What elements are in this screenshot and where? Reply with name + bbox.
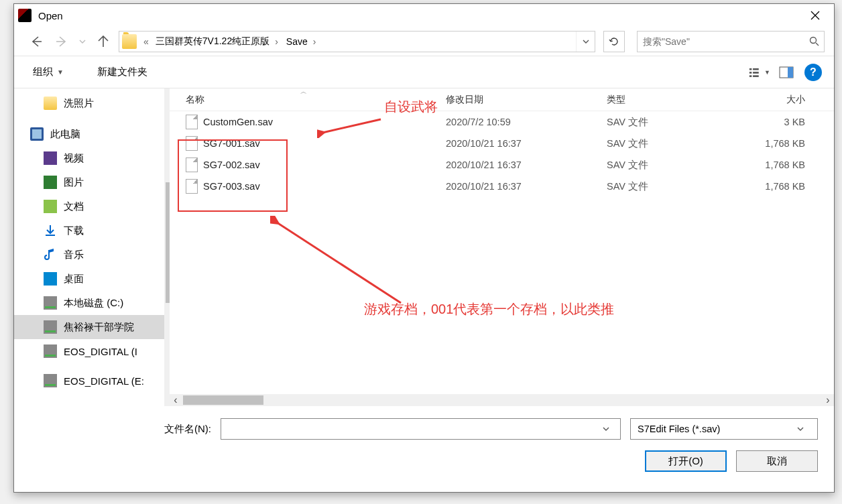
- history-dropdown[interactable]: [77, 32, 88, 52]
- file-row[interactable]: SG7-003.sav2020/10/21 16:37SAV 文件1,768 K…: [170, 176, 834, 197]
- document-icon: [44, 200, 57, 213]
- download-icon: [44, 224, 57, 237]
- image-icon: [44, 176, 57, 189]
- filename-input[interactable]: [225, 424, 603, 434]
- refresh-button[interactable]: [603, 31, 625, 52]
- tree-item[interactable]: 音乐: [14, 243, 169, 267]
- file-date: 2020/10/21 16:37: [438, 138, 599, 149]
- scroll-left-icon[interactable]: ‹: [170, 394, 182, 406]
- folder-icon: [122, 34, 137, 49]
- file-name: SG7-002.sav: [203, 160, 260, 170]
- tree-item[interactable]: 此电脑: [14, 122, 169, 146]
- view-options-button[interactable]: ▼: [748, 62, 771, 82]
- chevron-down-icon: [797, 426, 810, 432]
- file-type: SAV 文件: [599, 159, 726, 172]
- chevron-right-icon: ›: [275, 36, 278, 47]
- titlebar: Open: [14, 4, 834, 27]
- col-name[interactable]: ︿名称: [170, 88, 438, 111]
- breadcrumb-0[interactable]: 三国群英传7V1.22纯正原版›: [152, 32, 282, 52]
- tree-item[interactable]: 本地磁盘 (C:): [14, 291, 169, 315]
- file-type: SAV 文件: [599, 180, 726, 193]
- tree-item[interactable]: 图片: [14, 170, 169, 194]
- scroll-right-icon[interactable]: ›: [822, 394, 834, 406]
- col-date[interactable]: 修改日期: [438, 88, 599, 111]
- back-button[interactable]: [26, 32, 46, 52]
- tree-item[interactable]: EOS_DIGITAL (E:: [14, 369, 169, 393]
- tree-item[interactable]: 视频: [14, 146, 169, 170]
- tree-item[interactable]: EOS_DIGITAL (I: [14, 339, 169, 363]
- tree-item[interactable]: 桌面: [14, 267, 169, 291]
- svg-rect-6: [753, 75, 759, 77]
- file-type: SAV 文件: [599, 137, 726, 150]
- tree-scrollbar[interactable]: [164, 88, 170, 406]
- refresh-icon: [609, 36, 619, 47]
- close-button[interactable]: [800, 5, 830, 25]
- chevron-down-icon[interactable]: [603, 426, 616, 432]
- arrow-left-icon: [30, 36, 42, 48]
- search-box[interactable]: [637, 31, 825, 52]
- new-folder-button[interactable]: 新建文件夹: [91, 63, 154, 81]
- help-button[interactable]: ?: [804, 64, 822, 81]
- organize-button[interactable]: 组织▼: [26, 63, 70, 81]
- bottom-panel: 文件名(N): S7Edit Files (*.sav) 打开(O) 取消: [14, 406, 834, 483]
- breadcrumb-1[interactable]: Save›: [282, 32, 320, 52]
- folder-icon: [44, 97, 57, 110]
- tree-item[interactable]: 焦裕禄干部学院: [14, 315, 169, 339]
- app-icon: [18, 9, 32, 22]
- button-row: 打开(O) 取消: [30, 450, 818, 472]
- path-prefix: «: [141, 36, 152, 47]
- horizontal-scrollbar[interactable]: ‹ ›: [170, 394, 834, 406]
- view-list-icon: [749, 66, 762, 78]
- window-title: Open: [38, 10, 800, 21]
- file-row[interactable]: CustomGen.sav2020/7/2 10:59SAV 文件3 KB: [170, 111, 834, 133]
- dialog-body: 洗照片 此电脑 视频 图片 文档 下载 音乐 桌面 本地磁盘 (C:) 焦裕禄干…: [14, 88, 834, 406]
- svg-line-10: [277, 223, 401, 303]
- scrollbar-thumb[interactable]: [183, 395, 263, 405]
- file-icon: [186, 158, 198, 172]
- filetype-select[interactable]: S7Edit Files (*.sav): [630, 418, 818, 440]
- col-type[interactable]: 类型: [599, 88, 726, 111]
- svg-rect-4: [753, 68, 759, 70]
- file-row[interactable]: SG7-002.sav2020/10/21 16:37SAV 文件1,768 K…: [170, 154, 834, 176]
- svg-rect-3: [749, 75, 751, 77]
- nav-tree: 洗照片 此电脑 视频 图片 文档 下载 音乐 桌面 本地磁盘 (C:) 焦裕禄干…: [14, 88, 170, 406]
- file-size: 1,768 KB: [726, 160, 813, 170]
- col-size[interactable]: 大小: [726, 88, 813, 111]
- chevron-down-icon: [79, 38, 86, 45]
- arrow-right-icon: [56, 36, 68, 48]
- file-size: 1,768 KB: [726, 138, 813, 149]
- tree-item[interactable]: 文档: [14, 194, 169, 218]
- video-icon: [44, 151, 57, 165]
- column-headers: ︿名称 修改日期 类型 大小: [170, 88, 834, 111]
- file-size: 1,768 KB: [726, 181, 813, 192]
- preview-pane-icon: [779, 66, 794, 78]
- annotation-text-2: 游戏存档，001代表第一个存档，以此类推: [364, 300, 614, 318]
- tree-item[interactable]: 洗照片: [14, 91, 169, 115]
- desktop-icon: [44, 272, 57, 286]
- nav-row: « 三国群英传7V1.22纯正原版› Save›: [14, 27, 834, 56]
- cancel-button[interactable]: 取消: [736, 450, 818, 472]
- svg-rect-8: [788, 67, 793, 78]
- filename-label: 文件名(N):: [30, 423, 211, 436]
- address-bar[interactable]: « 三国群英传7V1.22纯正原版› Save›: [119, 31, 595, 52]
- file-date: 2020/10/21 16:37: [438, 160, 599, 170]
- file-name: CustomGen.sav: [203, 117, 273, 127]
- drive-icon: [44, 296, 57, 310]
- address-dropdown[interactable]: [576, 32, 595, 52]
- forward-button[interactable]: [52, 32, 72, 52]
- file-date: 2020/7/2 10:59: [438, 117, 599, 127]
- chevron-down-icon: [583, 38, 589, 45]
- file-name: SG7-001.sav: [203, 138, 260, 149]
- search-input[interactable]: [638, 36, 804, 47]
- preview-pane-button[interactable]: [775, 62, 798, 82]
- file-type: SAV 文件: [599, 116, 726, 129]
- open-button[interactable]: 打开(O): [645, 450, 727, 472]
- file-row[interactable]: SG7-001.sav2020/10/21 16:37SAV 文件1,768 K…: [170, 133, 834, 154]
- tree-item[interactable]: 下载: [14, 218, 169, 243]
- music-icon: [44, 248, 57, 261]
- up-button[interactable]: [93, 32, 113, 52]
- help-icon: ?: [810, 66, 817, 78]
- filename-combo[interactable]: [221, 418, 621, 440]
- chevron-down-icon: ▼: [57, 68, 64, 76]
- open-dialog: Open « 三国群英传7V1.22纯正原版› Save› 组织▼ 新建文件夹 …: [13, 3, 835, 493]
